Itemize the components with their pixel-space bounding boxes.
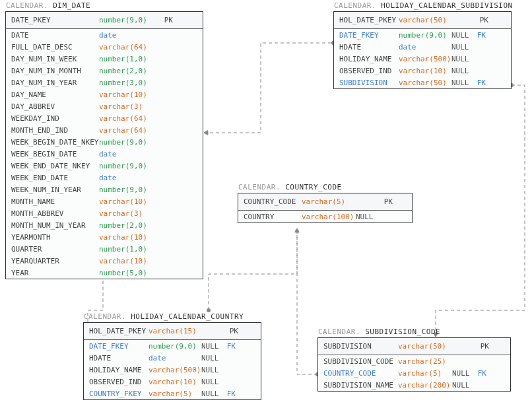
column-name: COUNTRY_CODE <box>244 197 302 206</box>
column-name: DAY_NUM_IN_WEEK <box>11 55 99 63</box>
table-row: DAY_NUM_IN_YEARnumber(3,0) <box>6 77 203 88</box>
column-type: varchar(3) <box>99 209 158 218</box>
column-name: HOLIDAY_NAME <box>89 366 149 374</box>
table-body: DATE_FKEYnumber(9,0)NULLFKHDATEdateNULLH… <box>84 340 261 399</box>
column-type: varchar(50) <box>399 79 451 87</box>
table-hol-country: HOL_DATE_PKEY varchar(15) PK DATE_FKEYnu… <box>83 322 261 400</box>
column-name: FULL_DATE_DESC <box>11 43 99 52</box>
column-null: NULL <box>451 43 474 52</box>
column-name: MONTH_ABBREV <box>11 209 99 218</box>
column-name: YEARMONTH <box>11 233 99 242</box>
column-name: HOL_DATE_PKEY <box>89 327 149 335</box>
column-name: WEEK_NUM_IN_YEAR <box>11 186 99 194</box>
column-type: number(9,0) <box>99 16 158 24</box>
table-row: HOLIDAY_NAMEvarchar(500)NULL <box>84 364 261 376</box>
table-row: MONTH_ABBREVvarchar(3) <box>6 207 203 219</box>
table-row: WEEK_END_DATE_NKEYnumber(9,0) <box>6 160 203 172</box>
column-name: DAY_NUM_IN_MONTH <box>11 67 99 75</box>
table-row: MONTH_NAMEvarchar(10) <box>6 195 203 207</box>
column-null: NULL <box>201 354 224 362</box>
table-title-hol-country: CALENDAR. HOLIDAY_CALENDAR_COUNTRY <box>84 312 244 321</box>
column-type: number(1,0) <box>99 55 158 63</box>
table-row: SUBDIVISIONvarchar(50)NULLFK <box>334 77 511 88</box>
column-name: DAY_ABBREV <box>11 102 99 111</box>
table-row: MONTH_END_INDvarchar(64) <box>6 124 203 136</box>
table-row: MONTH_NUM_IN_YEARnumber(2,0) <box>6 219 203 231</box>
column-type: varchar(50) <box>399 16 451 24</box>
column-type: varchar(10) <box>399 67 451 75</box>
column-name: HOL_DATE_PKEY <box>339 16 399 24</box>
column-null: NULL <box>201 342 224 351</box>
table-hol-sub: HOL_DATE_PKEY varchar(50) PK DATE_FKEYnu… <box>333 11 512 89</box>
column-name: COUNTRY_FKEY <box>89 390 149 398</box>
table-row: COUNTRYvarchar(100)NULL <box>238 211 412 223</box>
column-null: NULL <box>451 79 474 87</box>
column-name: SUBDIVISION <box>323 342 398 351</box>
table-row: YEARMONTHvarchar(10) <box>6 231 203 243</box>
table-row: WEEKDAY_INDvarchar(64) <box>6 112 203 124</box>
column-type: varchar(25) <box>398 357 452 366</box>
table-header: SUBDIVISION varchar(50) PK <box>318 338 510 355</box>
column-type: varchar(50) <box>398 342 452 351</box>
table-row: DAY_NUM_IN_MONTHnumber(2,0) <box>6 65 203 77</box>
column-type: number(9,0) <box>99 186 158 194</box>
table-row: COUNTRY_CODEvarchar(5)NULLFK <box>318 367 510 379</box>
column-null: NULL <box>451 31 474 40</box>
column-type: number(2,0) <box>99 67 158 75</box>
table-row: HDATEdateNULL <box>84 352 261 364</box>
column-null: NULL <box>452 369 475 378</box>
column-key: PK <box>224 327 238 335</box>
table-title-hol-sub: CALENDAR. HOLIDAY_CALENDAR_SUBDIVISION <box>334 1 513 10</box>
column-name: MONTH_NUM_IN_YEAR <box>11 221 99 230</box>
column-type: varchar(500) <box>149 366 201 374</box>
column-type: number(5,0) <box>99 269 158 277</box>
column-type: varchar(3) <box>99 102 158 111</box>
column-name: MONTH_END_IND <box>11 126 99 135</box>
column-name: YEARQUARTER <box>11 257 99 265</box>
column-name: SUBDIVISION <box>339 79 399 87</box>
column-fk: FK <box>224 342 236 351</box>
column-key: PK <box>475 342 489 351</box>
column-type: varchar(15) <box>149 327 201 335</box>
table-row: OBSERVED_INDvarchar(10)NULL <box>84 376 261 388</box>
column-type: varchar(10) <box>99 90 158 99</box>
column-name: WEEK_END_DATE_NKEY <box>11 162 99 170</box>
column-type: varchar(10) <box>149 378 201 386</box>
table-title-dim-date: CALENDAR. DIM_DATE <box>6 1 90 10</box>
column-name: DATE_FKEY <box>89 342 149 351</box>
column-type: date <box>99 174 158 182</box>
table-row: DATEdate <box>6 29 203 41</box>
column-fk: FK <box>474 31 486 40</box>
table-row: OBSERVED_INDvarchar(10)NULL <box>334 65 511 77</box>
column-name: DAY_NAME <box>11 90 99 99</box>
table-row: WEEK_BEGIN_DATEdate <box>6 148 203 160</box>
column-name: HDATE <box>89 354 149 362</box>
table-row: YEARnumber(5,0) <box>6 267 203 279</box>
column-null: NULL <box>452 381 475 390</box>
column-name: HOLIDAY_NAME <box>339 55 399 63</box>
table-body: DATEdateFULL_DATE_DESCvarchar(64)DAY_NUM… <box>6 29 203 279</box>
column-type: number(9,0) <box>99 162 158 170</box>
column-key: PK <box>378 197 393 206</box>
table-row: COUNTRY_FKEYvarchar(5)NULLFK <box>84 388 261 399</box>
table-header: DATE_PKEY number(9,0) PK <box>6 12 203 29</box>
column-type: number(9,0) <box>99 138 158 147</box>
table-row: SUBDIVISION_NAMEvarchar(200)NULL <box>318 379 510 391</box>
column-fk: FK <box>474 79 486 87</box>
table-body: COUNTRYvarchar(100)NULL <box>238 211 412 223</box>
column-fk: FK <box>475 369 486 378</box>
column-type: varchar(5) <box>302 197 356 206</box>
column-name: WEEK_END_DATE <box>11 174 99 182</box>
table-header: HOL_DATE_PKEY varchar(15) PK <box>84 323 261 340</box>
table-row: DAY_NAMEvarchar(10) <box>6 88 203 100</box>
table-row: DATE_FKEYnumber(9,0)NULLFK <box>84 340 261 352</box>
table-row: QUARTERnumber(1,0) <box>6 243 203 255</box>
column-name: WEEKDAY_IND <box>11 114 99 123</box>
column-null: NULL <box>201 390 224 398</box>
column-name: MONTH_NAME <box>11 197 99 206</box>
table-row: HOLIDAY_NAMEvarchar(500)NULL <box>334 53 511 65</box>
column-name: COUNTRY_CODE <box>323 369 398 378</box>
table-row: YEARQUARTERvarchar(10) <box>6 255 203 267</box>
column-type: varchar(5) <box>398 369 452 378</box>
column-type: date <box>149 354 201 362</box>
